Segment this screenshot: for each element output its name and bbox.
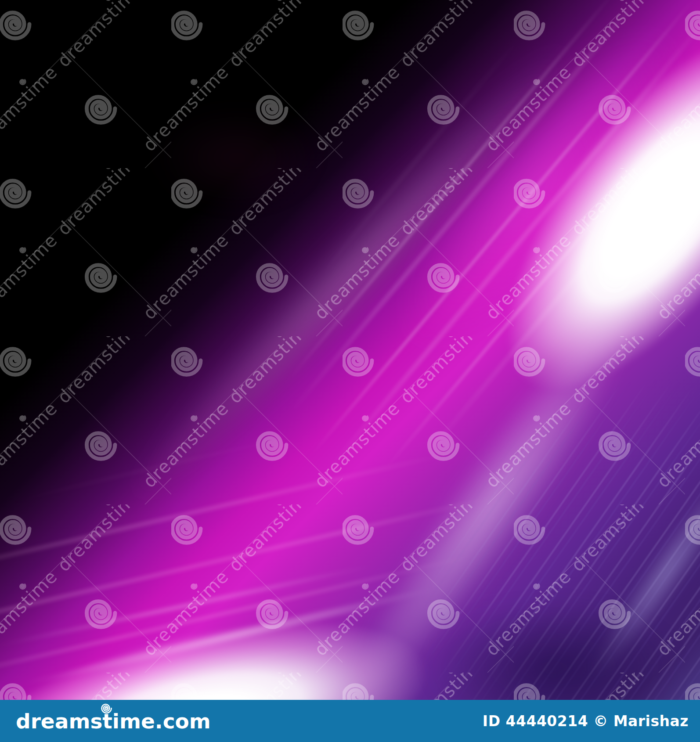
dreamstime-logo-text: dreamstime.com: [16, 709, 211, 733]
photo-canvas: dreamstime dreamstime: [0, 0, 700, 700]
image-id-and-author: ID 44440214 © Marishaz: [483, 713, 689, 730]
image-credit: ID 44440214 © Marishaz: [483, 700, 689, 742]
dreamstime-spiral-icon: [101, 702, 112, 714]
stock-photo-page: dreamstime dreamstime: [0, 0, 700, 742]
watermark-footer-bar: dreamstime.com ID 44440214 © Marishaz: [0, 700, 700, 742]
dreamstime-watermark-overlay: dreamstime dreamstime: [0, 0, 700, 700]
dreamstime-logo: dreamstime.com: [16, 700, 211, 742]
